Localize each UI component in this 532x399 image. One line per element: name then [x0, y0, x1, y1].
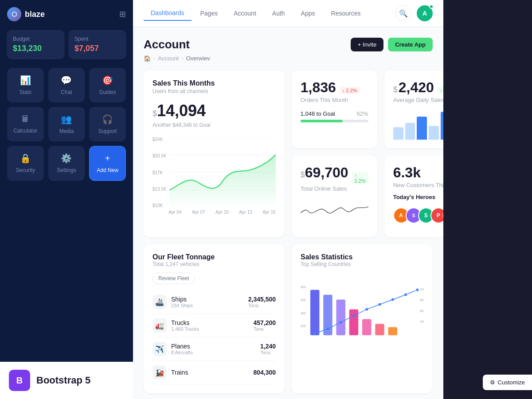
media-icon: 👥 [61, 114, 72, 125]
daily-sales-card: $ 2,420 ↑ 2.6% Average Daily Sales [384, 70, 443, 149]
breadcrumb-overview: Overwiev [186, 55, 210, 62]
heroes-title: Today's Heroes [393, 194, 443, 200]
trains-icon: 🚂 [153, 365, 167, 379]
top-nav-right: 🔍 A [395, 5, 433, 21]
bar-2 [405, 123, 415, 140]
menu-icon[interactable]: ⊞ [119, 9, 126, 19]
progress-row: 1,048 to Goal 62% [301, 110, 368, 117]
svg-point-23 [352, 314, 355, 317]
dark-overlay: ⚙ Customize [443, 0, 532, 399]
svg-point-22 [340, 321, 342, 324]
svg-point-24 [365, 308, 368, 311]
bar-1 [393, 127, 403, 140]
mini-bar-chart [393, 109, 443, 140]
sales-stats-chart: 800 600 400 200 [301, 273, 424, 352]
logo-text: blaze [25, 10, 45, 19]
nav-resources[interactable]: Resources [324, 6, 368, 20]
nav-apps[interactable]: Apps [294, 6, 322, 20]
review-fleet-button[interactable]: Review Fleet [153, 273, 195, 284]
spent-label: Spent [74, 36, 120, 42]
hero-4: P [430, 207, 443, 223]
daily-sales-badge: ↑ 2.6% [438, 87, 443, 94]
online-sales-badge: ↑ 2.2% [352, 172, 368, 184]
sales-stats-subtitle: Top Selling Countries [301, 261, 424, 267]
orders-card: 1,836 ↓ 2.2% Orders This Month 1,048 to … [292, 70, 377, 149]
customize-button[interactable]: ⚙ Customize [483, 375, 532, 390]
security-icon: 🔒 [20, 153, 31, 164]
fleet-item-trains: 🚂 Trains 804,300 [153, 361, 276, 384]
budget-cards: Budget $13,230 Spent $7,057 [7, 30, 126, 59]
svg-text:200: 200 [301, 324, 306, 328]
add-icon: + [105, 153, 110, 164]
sidebar-item-add-new[interactable]: + Add New [89, 146, 126, 181]
svg-text:S: S [412, 213, 415, 218]
nav-pages[interactable]: Pages [193, 6, 225, 20]
svg-point-28 [416, 288, 419, 291]
chat-icon: 💬 [61, 75, 72, 86]
daily-sales-label: Average Daily Sales [393, 97, 443, 103]
invite-button[interactable]: + Invite [351, 38, 383, 51]
sidebar-item-support[interactable]: 🎧 Support [89, 107, 126, 141]
svg-rect-15 [336, 300, 345, 335]
customize-icon: ⚙ [490, 379, 495, 386]
progress-label: 1,048 to Goal [301, 110, 335, 117]
user-avatar[interactable]: A [417, 5, 433, 21]
svg-rect-18 [375, 324, 384, 336]
sidebar-item-media[interactable]: 👥 Media [48, 107, 85, 141]
svg-rect-16 [349, 309, 358, 336]
sales-month-card: Sales This Months Users from all channel… [144, 70, 285, 237]
avatar-status-dot [429, 4, 434, 9]
budget-label: Budget [13, 36, 59, 42]
progress-fill [301, 120, 343, 122]
svg-point-21 [327, 328, 329, 330]
spent-card: Spent $7,057 [69, 30, 126, 59]
budget-card: Budget $13,230 [7, 30, 64, 59]
bar-4 [429, 126, 439, 140]
daily-sales-value: 2,420 [399, 79, 434, 96]
bottom-grid: Our Fleet Tonnage Total 1,247 vehicles R… [144, 244, 433, 393]
svg-text:60%: 60% [420, 309, 424, 313]
fleet-title: Our Fleet Tonnage [153, 253, 276, 261]
sidebar-item-chat[interactable]: 💬 Chat [48, 68, 85, 102]
online-sales-label: Total Online Sales [301, 185, 368, 192]
trucks-icon: 🚛 [153, 318, 167, 332]
sparkline-svg [301, 197, 368, 228]
sidebar-item-calculator[interactable]: 🖩 Calculator [7, 107, 44, 141]
svg-text:800: 800 [301, 285, 306, 289]
progress-bar [301, 120, 368, 122]
logo-area: ⬡ blaze [7, 7, 45, 21]
budget-value: $13,230 [13, 44, 59, 53]
customers-label: New Customers This Month [393, 182, 443, 188]
sidebar-item-stats[interactable]: 📊 Stats [7, 68, 44, 102]
sidebar-item-security[interactable]: 🔒 Security [7, 146, 44, 181]
heroes-row: A S S P M +42 [393, 207, 443, 223]
orders-label: Orders This Month [301, 97, 368, 103]
spent-value: $7,057 [74, 44, 120, 53]
nav-auth[interactable]: Auth [265, 6, 292, 20]
sidebar-header: ⬡ blaze ⊞ [7, 7, 126, 21]
stats-grid: 1,836 ↓ 2.2% Orders This Month 1,048 to … [144, 70, 433, 237]
sidebar: ⬡ blaze ⊞ Budget $13,230 Spent $7,057 📊 … [0, 0, 133, 399]
nav-account[interactable]: Account [227, 6, 263, 20]
breadcrumb: 🏠 › Account › Overwiev [144, 55, 433, 62]
logo-icon: ⬡ [7, 7, 21, 21]
nav-dashboards[interactable]: Dashboards [144, 6, 192, 21]
orders-badge: ↓ 2.2% [340, 87, 360, 94]
nav-grid-bottom: 🔒 Security ⚙️ Settings + Add New [7, 146, 126, 181]
breadcrumb-home: 🏠 [144, 55, 151, 62]
online-sales-card: $ 69,700 ↑ 2.2% Total Online Sales [292, 156, 377, 237]
main-content: Dashboards Pages Account Auth Apps Resou… [133, 0, 443, 399]
bootstrap-text: Bootstrap 5 [36, 375, 90, 386]
svg-rect-19 [388, 327, 397, 335]
svg-text:100%: 100% [420, 287, 424, 291]
sales-chart: $24K $20.5K $17K $13.5K $10K [153, 137, 276, 215]
search-button[interactable]: 🔍 [395, 5, 411, 21]
svg-text:40%: 40% [420, 320, 424, 324]
svg-point-27 [404, 293, 407, 296]
sidebar-item-settings[interactable]: ⚙️ Settings [48, 146, 85, 181]
stats-icon: 📊 [20, 75, 31, 86]
create-app-button[interactable]: Create App [388, 38, 433, 51]
sidebar-item-guides[interactable]: 🎯 Guides [89, 68, 126, 102]
fleet-item-planes: ✈️ Planes 8 Aircrafts 1,240 Tons [153, 337, 276, 361]
progress-pct: 62% [357, 110, 368, 117]
